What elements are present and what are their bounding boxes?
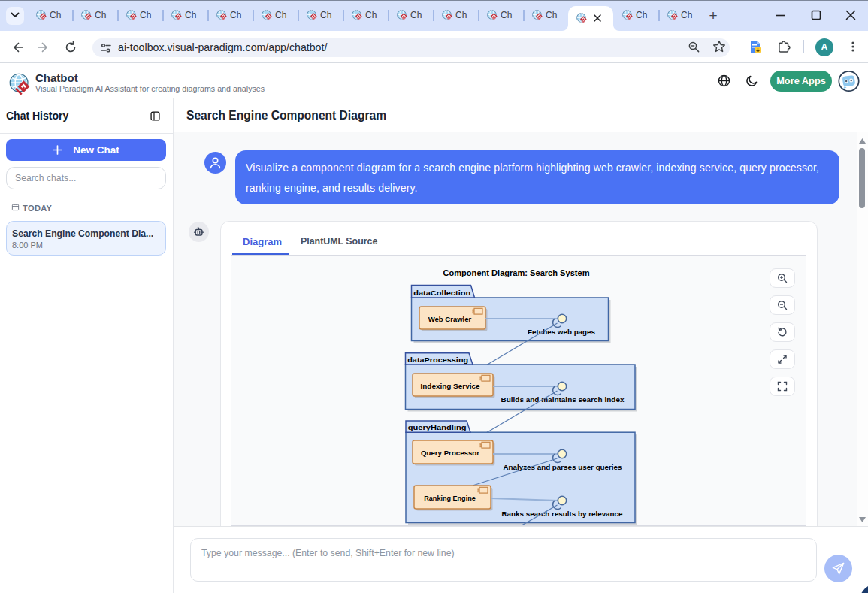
svg-text:Web Crawler: Web Crawler xyxy=(428,315,472,323)
svg-text:Ranking Engine: Ranking Engine xyxy=(424,494,476,502)
svg-text:Component Diagram: Search Syst: Component Diagram: Search System xyxy=(443,268,590,277)
svg-text:Builds and maintains search in: Builds and maintains search index xyxy=(501,395,625,404)
svg-text:Ranks search results by releva: Ranks search results by relevance xyxy=(502,510,624,518)
svg-text:dataCollection: dataCollection xyxy=(413,289,470,297)
svg-text:queryHandling: queryHandling xyxy=(408,423,467,431)
svg-text:Indexing Service: Indexing Service xyxy=(421,382,481,390)
svg-text:Query Processor: Query Processor xyxy=(421,449,479,457)
svg-text:dataProcessing: dataProcessing xyxy=(407,355,468,364)
